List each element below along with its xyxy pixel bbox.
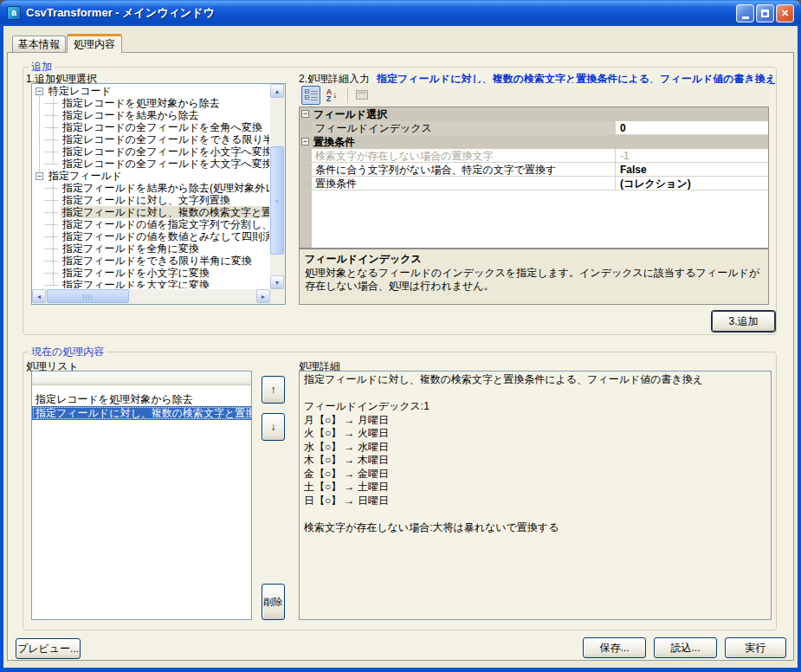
tree-rows: −特定レコード 指定レコードを処理対象から除去 指定レコードを結果から除去 指定… <box>32 85 269 288</box>
minimize-button[interactable] <box>736 4 754 23</box>
add-button[interactable]: 3.追加 <box>712 311 775 332</box>
title-bar[interactable]: a CsvTransformer - メインウィンドウ <box>0 0 801 26</box>
sort-az-icon: AZ ↓ <box>326 88 338 102</box>
maximize-button[interactable] <box>756 4 774 23</box>
load-button[interactable]: 読込... <box>654 637 717 658</box>
property-row-selected[interactable]: フィールドインデックス0 <box>300 121 768 135</box>
tree-connector <box>45 249 58 249</box>
tree-connector <box>45 224 58 225</box>
scroll-up-button[interactable]: ▲ <box>270 84 284 98</box>
tree-vscrollbar[interactable]: ▲ ≡ ▼ <box>270 84 285 289</box>
tree-node[interactable]: 指定レコードの全フィールドを全角へ変換 <box>32 121 269 133</box>
scroll-left-icon: ◄ <box>36 294 42 300</box>
down-arrow-icon: ↓ <box>271 421 276 433</box>
property-pages-icon <box>356 90 368 100</box>
tree-connector <box>45 152 58 152</box>
scroll-corner <box>270 289 285 304</box>
list-item-selected[interactable]: 指定フィールドに対し、複数の検索文字と置換条件... <box>32 406 251 420</box>
tree-node[interactable]: 指定フィールドを結果から除去(処理対象外レコー <box>32 182 269 194</box>
tree-connector <box>45 115 58 116</box>
window-title: CsvTransformer - メインウィンドウ <box>26 5 215 21</box>
current-groupbox-caption: 現在の処理内容 <box>29 346 107 358</box>
categorized-icon: + + <box>305 89 318 100</box>
thumb-grip: ≡ <box>275 197 279 204</box>
tab-process-content[interactable]: 処理内容 <box>67 34 122 53</box>
collapse-icon[interactable]: − <box>301 138 309 145</box>
move-up-button[interactable]: ↑ <box>262 376 285 404</box>
property-category[interactable]: −置換条件 <box>300 135 768 149</box>
property-row[interactable]: 置換条件(コレクション) <box>300 177 768 191</box>
scroll-up-icon: ▲ <box>275 88 281 94</box>
property-value: -1 <box>617 149 768 162</box>
tree-connector <box>45 261 58 262</box>
alphabetical-sort-button[interactable]: AZ ↓ <box>322 86 341 105</box>
property-category[interactable]: −フィールド選択 <box>300 107 768 121</box>
property-pages-button <box>352 86 371 105</box>
app-icon: a <box>7 6 21 20</box>
minimize-icon <box>742 16 749 19</box>
tree-connector <box>45 164 58 165</box>
scroll-down-icon: ▼ <box>275 280 281 286</box>
process-tree[interactable]: −特定レコード 指定レコードを処理対象から除去 指定レコードを結果から除去 指定… <box>31 83 286 305</box>
save-button[interactable]: 保存... <box>583 637 646 658</box>
tree-node[interactable]: 指定レコードの全フィールドを小文字へ変換 <box>32 145 269 158</box>
tree-connector <box>45 212 58 213</box>
scroll-right-button[interactable]: ► <box>256 289 270 303</box>
tree-node[interactable]: −指定フィールド <box>32 170 269 182</box>
scroll-left-button[interactable]: ◄ <box>32 289 46 303</box>
tree-node[interactable]: 指定フィールドを大文字に変換 <box>32 279 269 288</box>
scroll-right-icon: ► <box>261 294 267 300</box>
propertygrid-toolbar: + + AZ ↓ <box>299 83 769 107</box>
move-down-button[interactable]: ↓ <box>262 413 285 441</box>
toolbar-separator <box>347 87 348 103</box>
tree-node[interactable]: 指定レコードを処理対象から除去 <box>32 97 269 109</box>
categorized-view-button[interactable]: + + <box>301 86 320 105</box>
tree-node[interactable]: 指定フィールドに対し、文字列置換 <box>32 194 269 206</box>
close-icon: ✕ <box>781 8 789 19</box>
process-detail-text: 指定フィールドに対し、複数の検索文字と置換条件による、フィールド値の書き換え フ… <box>299 371 772 620</box>
run-button[interactable]: 実行 <box>725 637 786 658</box>
tree-connector <box>45 139 58 140</box>
list-item[interactable]: 指定レコードを処理対象から除去 <box>32 392 251 406</box>
tree-node[interactable]: 指定レコードを結果から除去 <box>32 109 269 121</box>
tree-connector <box>45 273 58 274</box>
help-title: フィールドインデックス <box>305 252 763 267</box>
tree-node[interactable]: 指定フィールドの値を指定文字列で分割し、フィー <box>32 218 269 230</box>
tree-hscrollbar[interactable]: ◄ |||| ► <box>32 289 270 304</box>
tree-node[interactable]: 指定フィールドの値を数値とみなして四則演算 <box>32 230 269 242</box>
process-list[interactable]: 指定レコードを処理対象から除去 指定フィールドに対し、複数の検索文字と置換条件.… <box>31 371 252 620</box>
preview-button[interactable]: プレビュー... <box>16 638 81 659</box>
tree-connector <box>45 103 58 104</box>
scroll-down-button[interactable]: ▼ <box>270 275 284 289</box>
help-text: 処理対象となるフィールドのインデックスを指定します。インデックスに該当するフィー… <box>305 267 763 293</box>
list-column-header[interactable] <box>32 372 251 385</box>
tree-node-selected[interactable]: 指定フィールドに対し、複数の検索文字と置換条件 <box>32 206 269 218</box>
tree-node[interactable]: 指定フィールドをできる限り半角に変換 <box>32 255 269 267</box>
tree-node[interactable]: 指定フィールドを小文字に変換 <box>32 267 269 279</box>
up-arrow-icon: ↑ <box>271 384 276 396</box>
tree-node[interactable]: 指定フィールドを全角に変換 <box>32 242 269 255</box>
property-value[interactable]: (コレクション) <box>617 177 768 190</box>
tree-node[interactable]: 指定レコードの全フィールドをできる限り半角へ変換 <box>32 133 269 145</box>
tree-connector <box>45 285 58 286</box>
tree-node[interactable]: 指定レコードの全フィールドを大文字へ変換 <box>32 158 269 170</box>
property-value[interactable]: False <box>617 163 768 176</box>
delete-button[interactable]: 削除 <box>262 584 285 620</box>
thumb-grip: |||| <box>82 293 93 300</box>
collapse-icon[interactable]: − <box>36 87 43 95</box>
collapse-icon[interactable]: − <box>36 172 43 180</box>
close-button[interactable]: ✕ <box>776 4 794 23</box>
collapse-icon[interactable]: − <box>301 110 309 118</box>
tree-connector <box>45 236 58 237</box>
hscroll-thumb[interactable]: |||| <box>47 289 129 303</box>
tree-connector <box>45 200 58 201</box>
vscroll-thumb[interactable]: ≡ <box>270 146 284 255</box>
property-grid[interactable]: −フィールド選択 フィールドインデックス0 −置換条件 検索文字が存在しない場合… <box>299 107 769 249</box>
application-window: a CsvTransformer - メインウィンドウ ✕ 基本情報 処理内容 … <box>0 0 801 672</box>
property-row[interactable]: 条件に合う文字列がない場合、特定の文字で置換すFalse <box>300 163 768 177</box>
property-value[interactable]: 0 <box>617 121 768 134</box>
tree-node[interactable]: −特定レコード <box>32 85 269 97</box>
property-help-pane: フィールドインデックス 処理対象となるフィールドのインデックスを指定します。イン… <box>299 249 769 305</box>
tree-connector <box>45 188 58 189</box>
tab-basic-info[interactable]: 基本情報 <box>12 36 66 53</box>
